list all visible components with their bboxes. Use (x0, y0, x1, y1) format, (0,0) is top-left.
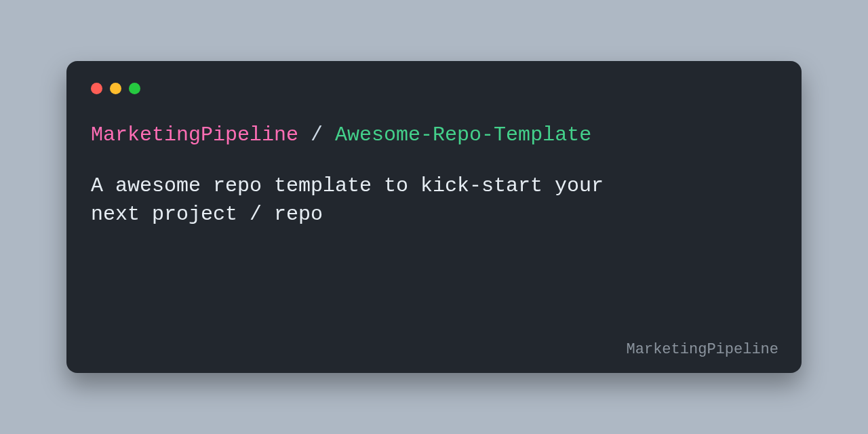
repo-title: MarketingPipeline / Awesome-Repo-Templat… (91, 123, 777, 149)
watermark: MarketingPipeline (627, 341, 778, 358)
zoom-icon[interactable] (129, 83, 140, 94)
title-separator: / (298, 123, 335, 146)
repo-card: MarketingPipeline / Awesome-Repo-Templat… (66, 61, 802, 373)
close-icon[interactable] (91, 83, 102, 94)
window-controls (91, 83, 777, 94)
repo-owner: MarketingPipeline (91, 123, 298, 146)
repo-description: A awesome repo template to kick-start yo… (91, 172, 777, 355)
repo-name: Awesome-Repo-Template (335, 123, 591, 146)
minimize-icon[interactable] (110, 83, 121, 94)
